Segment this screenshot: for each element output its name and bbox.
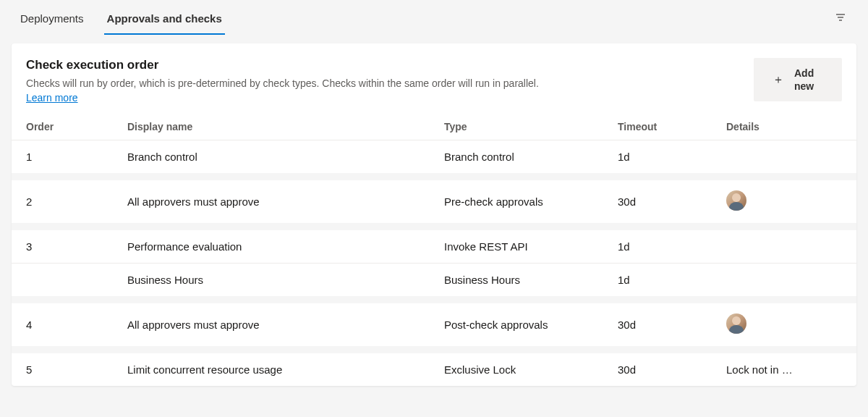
cell-display-name: Branch control — [127, 151, 444, 163]
cell-display-name: All approvers must approve — [127, 319, 444, 331]
cell-timeout: 30d — [618, 319, 726, 331]
cell-order: 3 — [26, 240, 127, 253]
table-row[interactable]: 5Limit concurrent resource usageExclusiv… — [12, 353, 856, 386]
add-new-label: Add new — [794, 67, 823, 93]
table-row[interactable]: 3Performance evaluationInvoke REST API1d — [12, 230, 856, 263]
table-row[interactable]: 1Branch controlBranch control1d — [12, 140, 856, 173]
cell-display-name: Performance evaluation — [127, 240, 444, 253]
tab-bar: Deployments Approvals and checks — [0, 0, 868, 36]
cell-details: Lock not in … — [726, 363, 842, 376]
cell-timeout: 1d — [618, 151, 726, 163]
card-header: Check execution order Checks will run by… — [12, 43, 856, 111]
cell-order: 1 — [26, 151, 127, 163]
cell-type: Exclusive Lock — [444, 363, 618, 376]
tab-approvals-and-checks[interactable]: Approvals and checks — [104, 2, 225, 35]
cell-display-name: Business Hours — [127, 274, 444, 286]
table-group: 2All approvers must approvePre-check app… — [12, 173, 856, 223]
table-row[interactable]: 2All approvers must approvePre-check app… — [12, 180, 856, 223]
learn-more-link[interactable]: Learn more — [26, 92, 78, 104]
card-description: Checks will run by order, which is pre-d… — [26, 77, 754, 105]
filter-icon[interactable] — [830, 7, 851, 30]
cell-timeout: 1d — [618, 274, 726, 286]
cell-type: Post-check approvals — [444, 319, 618, 331]
card-title: Check execution order — [26, 58, 754, 72]
cell-timeout: 30d — [618, 363, 726, 376]
cell-type: Business Hours — [444, 274, 618, 286]
add-new-button[interactable]: ＋ Add new — [754, 58, 842, 101]
table-group: 5Limit concurrent resource usageExclusiv… — [12, 346, 856, 386]
tab-deployments[interactable]: Deployments — [17, 2, 87, 35]
cell-timeout: 1d — [618, 240, 726, 253]
table-row[interactable]: Business HoursBusiness Hours1d — [12, 263, 856, 296]
cell-display-name: All approvers must approve — [127, 195, 444, 208]
col-header-display[interactable]: Display name — [127, 121, 444, 132]
checks-card: Check execution order Checks will run by… — [12, 43, 856, 386]
table-header: Order Display name Type Timeout Details — [12, 111, 856, 140]
col-header-type[interactable]: Type — [444, 121, 618, 132]
card-description-text: Checks will run by order, which is pre-d… — [26, 77, 539, 89]
col-header-timeout[interactable]: Timeout — [618, 121, 726, 132]
plus-icon: ＋ — [773, 72, 784, 88]
cell-details — [726, 190, 842, 213]
cell-details — [726, 313, 842, 336]
cell-display-name: Limit concurrent resource usage — [127, 363, 444, 376]
cell-order: 4 — [26, 319, 127, 331]
cell-order: 2 — [26, 195, 127, 208]
col-header-details[interactable]: Details — [726, 121, 842, 132]
col-header-order[interactable]: Order — [26, 121, 127, 132]
table-group: 4All approvers must approvePost-check ap… — [12, 296, 856, 346]
cell-type: Branch control — [444, 151, 618, 163]
cell-type: Invoke REST API — [444, 240, 618, 253]
cell-order: 5 — [26, 363, 127, 376]
avatar — [726, 190, 746, 211]
table-body: 1Branch controlBranch control1d2All appr… — [12, 140, 856, 386]
table-row[interactable]: 4All approvers must approvePost-check ap… — [12, 303, 856, 346]
cell-type: Pre-check approvals — [444, 195, 618, 208]
checks-table: Order Display name Type Timeout Details … — [12, 111, 856, 386]
table-group: 3Performance evaluationInvoke REST API1d… — [12, 223, 856, 296]
table-group: 1Branch controlBranch control1d — [12, 140, 856, 173]
avatar — [726, 313, 746, 334]
cell-timeout: 30d — [618, 195, 726, 208]
